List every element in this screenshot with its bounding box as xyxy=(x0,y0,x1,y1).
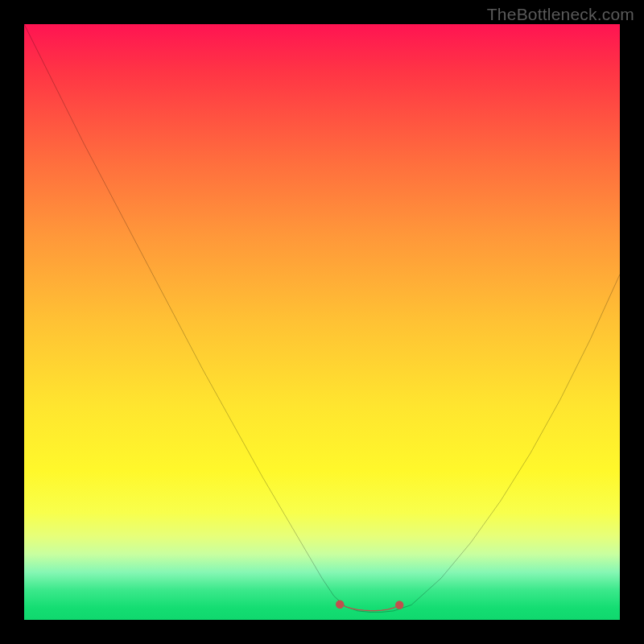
plot-area xyxy=(24,24,620,620)
bottleneck-curve xyxy=(24,24,620,612)
optimal-range-marker xyxy=(340,605,399,611)
optimal-range-start-dot xyxy=(336,601,344,609)
watermark-text: TheBottleneck.com xyxy=(487,5,634,24)
chart-frame: TheBottleneck.com xyxy=(0,0,644,644)
optimal-range-end-dot xyxy=(395,601,403,609)
curve-layer xyxy=(24,24,620,620)
